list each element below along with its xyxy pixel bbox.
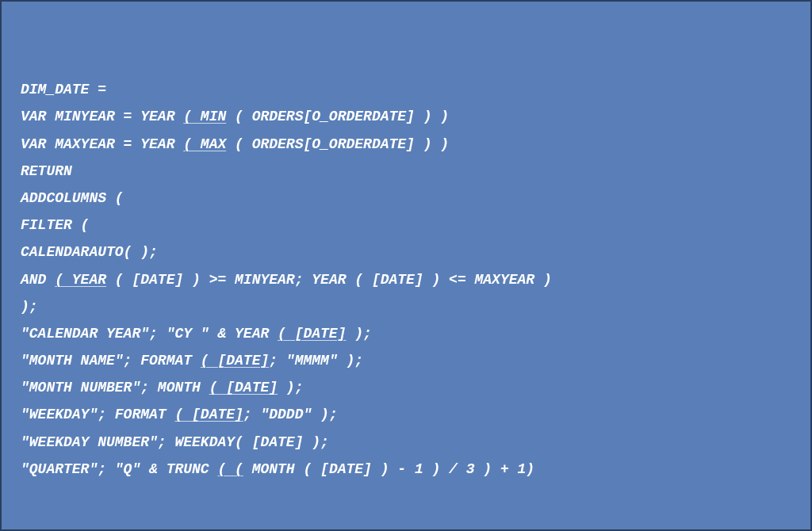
code-line: DIM_DATE = bbox=[21, 82, 106, 97]
code-line: "CALENDAR YEAR"; "CY " & YEAR ( [DATE] )… bbox=[21, 326, 372, 342]
code-line: VAR MINYEAR = YEAR ( MIN ( ORDERS[O_ORDE… bbox=[21, 109, 449, 124]
code-line: "MONTH NAME"; FORMAT ( [DATE]; "MMMM" ); bbox=[21, 353, 363, 369]
code-line: VAR MAXYEAR = YEAR ( MAX ( ORDERS[O_ORDE… bbox=[21, 136, 449, 152]
code-line: "WEEKDAY"; FORMAT ( [DATE]; "DDDD" ); bbox=[21, 407, 338, 422]
code-line: ); bbox=[21, 299, 38, 315]
dax-code-block: DIM_DATE = VAR MINYEAR = YEAR ( MIN ( OR… bbox=[21, 49, 791, 483]
code-line: ADDCOLUMNS ( bbox=[21, 190, 124, 206]
code-line: AND ( YEAR ( [DATE] ) >= MINYEAR; YEAR (… bbox=[21, 272, 552, 288]
code-line: RETURN bbox=[21, 163, 72, 179]
code-line: "WEEKDAY NUMBER"; WEEKDAY( [DATE] ); bbox=[21, 434, 329, 450]
code-line: "QUARTER"; "Q" & TRUNC ( ( MONTH ( [DATE… bbox=[21, 461, 534, 477]
code-line: CALENDARAUTO( ); bbox=[21, 244, 158, 260]
code-line: "MONTH NUMBER"; MONTH ( [DATE] ); bbox=[21, 380, 303, 395]
code-line: FILTER ( bbox=[21, 217, 89, 233]
